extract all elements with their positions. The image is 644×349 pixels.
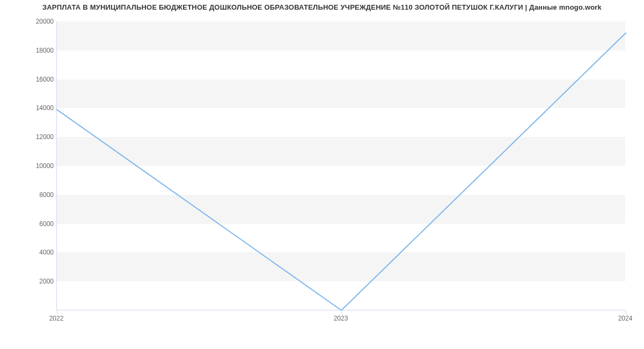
x-axis-label: 2024	[618, 315, 633, 322]
x-axis-label: 2023	[334, 315, 348, 322]
y-axis-label: 2000	[21, 278, 54, 285]
line-layer	[57, 21, 625, 310]
y-axis-label: 8000	[21, 191, 54, 199]
y-axis-label: 20000	[21, 18, 54, 25]
x-axis-tick	[341, 310, 342, 314]
plot-area	[56, 21, 625, 310]
x-axis-tick	[626, 310, 626, 314]
y-axis-label: 4000	[21, 249, 54, 256]
y-axis-label: 6000	[21, 220, 54, 228]
x-axis-tick	[57, 310, 57, 314]
chart-container: ЗАРПЛАТА В МУНИЦИПАЛЬНОЕ БЮДЖЕТНОЕ ДОШКО…	[0, 0, 644, 349]
y-axis-label: 18000	[21, 47, 54, 54]
y-axis-label: 16000	[21, 76, 54, 83]
y-axis-label: 12000	[21, 133, 54, 141]
y-axis-label: 10000	[21, 162, 54, 170]
chart-title: ЗАРПЛАТА В МУНИЦИПАЛЬНОЕ БЮДЖЕТНОЕ ДОШКО…	[0, 3, 644, 11]
x-axis-label: 2022	[49, 315, 64, 322]
series-line	[57, 33, 626, 310]
y-axis-label: 14000	[21, 104, 54, 112]
